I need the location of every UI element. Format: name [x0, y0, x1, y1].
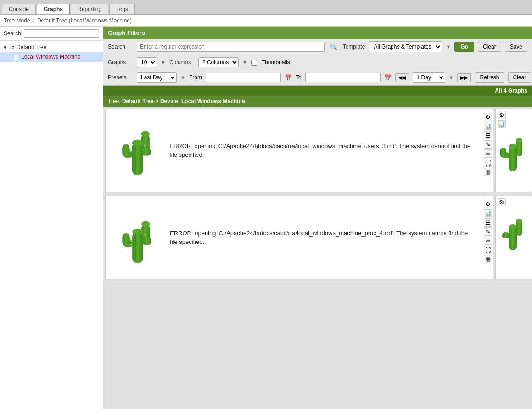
edit-icon-2[interactable]: ✎: [484, 227, 492, 236]
graph-content: ERROR: opening 'C:/Apache24/htdocs/cacti…: [103, 107, 532, 409]
cactus-partial-1: [496, 130, 528, 176]
filter-header: Graph Filters: [103, 27, 532, 39]
svg-rect-4: [141, 148, 151, 155]
edit2-icon-2[interactable]: ✏: [484, 237, 492, 245]
nav-forward-button[interactable]: ▶▶: [457, 73, 471, 82]
template-label: Template: [343, 44, 365, 50]
bar-icon-1[interactable]: ▦: [484, 168, 492, 176]
tree-arrow-icon: ▼: [3, 45, 7, 50]
presets-label: Presets: [108, 74, 133, 81]
svg-rect-13: [509, 146, 517, 171]
graph-actions-2: ⚙ 📊 ☰ ✎ ✏ ⛶ ▦: [483, 196, 493, 265]
graph-icon-1[interactable]: 📊: [484, 122, 492, 130]
tab-reporting[interactable]: Reporting: [71, 4, 108, 14]
sidebar-search-input[interactable]: [24, 29, 99, 38]
search-filter-input[interactable]: [137, 42, 325, 52]
settings-icon-p1[interactable]: ⚙: [498, 111, 506, 119]
thumbnails-label: Thumbnails: [262, 59, 290, 66]
tree-root-item[interactable]: ▼ 🗂 Default Tree: [0, 43, 103, 52]
tab-logs[interactable]: Logs: [109, 4, 135, 14]
settings-icon-p2[interactable]: ⚙: [498, 198, 506, 206]
filter-row-presets: Presets Last Day Last Hour Last Week ▼ F…: [103, 70, 532, 85]
go-button[interactable]: Go: [454, 42, 474, 52]
filter-row-search: Search 🔍 Template All Graphs & Templates…: [103, 39, 532, 55]
svg-rect-32: [502, 232, 510, 238]
edit-icon-1[interactable]: ✎: [484, 140, 492, 149]
to-date-input[interactable]: 2024-12-16 16:47: [305, 73, 381, 82]
svg-rect-16: [516, 140, 522, 156]
columns-filter-label: Columns: [169, 59, 195, 66]
template-arrow: ▼: [446, 44, 451, 50]
graph-card-partial-1: ⚙ 📊: [495, 109, 532, 192]
day-arrow: ▼: [449, 75, 454, 80]
svg-point-17: [509, 144, 517, 149]
breadcrumb: Tree Mode › Default Tree (Local Windows …: [0, 15, 532, 27]
tree-name-text: Default Tree->: [122, 98, 159, 105]
error-text-2: ERROR: opening 'C:/Apache24/htdocs/cacti…: [170, 229, 474, 247]
graph-actions-1: ⚙ 📊 ☰ ✎ ✏ ⛶ ▦: [483, 109, 493, 178]
error-text-1: ERROR: opening 'C:/Apache24/htdocs/cacti…: [169, 142, 474, 160]
svg-point-35: [516, 219, 522, 223]
zoom-icon-1[interactable]: ⛶: [484, 159, 492, 167]
device-name: Local Windows Machine: [181, 98, 245, 105]
graphs-count-select[interactable]: 10 25 50: [137, 57, 157, 67]
right-panel: Graph Filters Search 🔍 Template All Grap…: [103, 27, 532, 409]
graph-card-partial-2: ⚙: [495, 196, 532, 279]
presets-select[interactable]: Last Day Last Hour Last Week: [137, 72, 177, 83]
list-icon-2[interactable]: ☰: [484, 218, 492, 227]
thumbnails-checkbox[interactable]: [251, 60, 257, 66]
tree-info-bar: Tree: Default Tree-> Device: Local Windo…: [103, 96, 532, 107]
breadcrumb-tree-mode[interactable]: Tree Mode: [4, 17, 30, 24]
clear-button[interactable]: Clear: [478, 42, 501, 52]
from-calendar-icon[interactable]: 📅: [285, 74, 292, 81]
cactus-partial-2: [496, 208, 528, 254]
svg-rect-31: [509, 227, 517, 250]
refresh-button[interactable]: Refresh: [475, 72, 504, 83]
sidebar: Search ▼ 🗂 Default Tree 📄 Local Windows …: [0, 27, 103, 409]
svg-point-6: [141, 131, 150, 137]
graph-filters: Graph Filters Search 🔍 Template All Grap…: [103, 27, 532, 86]
bar-icon-2[interactable]: ▦: [484, 255, 492, 263]
settings-icon-2[interactable]: ⚙: [484, 200, 492, 208]
from-label: From: [189, 74, 202, 81]
graphs-filter-label: Graphs: [108, 59, 133, 66]
folder-icon: 🗂: [9, 44, 15, 50]
graph-icon-2[interactable]: 📊: [484, 209, 492, 217]
svg-rect-15: [500, 148, 506, 158]
columns-select[interactable]: 2 Columns 1 Column 3 Columns: [198, 57, 239, 67]
from-date-input[interactable]: 2024-12-15 16:47: [206, 73, 281, 82]
filter-row-graphs: Graphs 10 25 50 ▼ Columns 2 Columns 1 Co…: [103, 55, 532, 70]
file-icon: 📄: [13, 54, 19, 60]
search-icon-button[interactable]: 🔍: [328, 44, 339, 50]
main-layout: Search ▼ 🗂 Default Tree 📄 Local Windows …: [0, 27, 532, 409]
zoom-icon-2[interactable]: ⛶: [484, 246, 492, 254]
day-select[interactable]: 1 Day 1 Hour 1 Week: [413, 72, 445, 83]
to-calendar-icon[interactable]: 📅: [384, 74, 392, 81]
tab-graphs[interactable]: Graphs: [37, 4, 70, 14]
cactus-image-1: [115, 118, 160, 182]
template-select[interactable]: All Graphs & Templates: [369, 41, 442, 52]
nav-back-button[interactable]: ◀◀: [395, 73, 409, 82]
svg-rect-21: [122, 233, 129, 246]
clear2-button[interactable]: Clear: [508, 72, 532, 83]
edit2-icon-1[interactable]: ✏: [484, 149, 492, 158]
graph-actions-partial-2: ⚙: [496, 196, 507, 208]
graph-card-inner-2: ERROR: opening 'C:/Apache24/htdocs/cacti…: [106, 196, 483, 279]
tab-console[interactable]: Console: [2, 4, 36, 14]
breadcrumb-default-tree[interactable]: Default Tree (Local Windows Machine): [37, 17, 132, 24]
svg-point-18: [516, 138, 522, 143]
graph-card-1: ERROR: opening 'C:/Apache24/htdocs/cacti…: [105, 109, 493, 192]
svg-point-25: [141, 221, 150, 227]
graphs-arrow: ▼: [161, 60, 166, 65]
svg-rect-2: [122, 144, 129, 156]
tree-prefix: Tree:: [108, 98, 121, 105]
graph-icon-p1[interactable]: 📊: [498, 120, 506, 128]
svg-point-34: [509, 224, 517, 230]
tree-child-item[interactable]: 📄 Local Windows Machine: [0, 52, 103, 62]
sidebar-search-label: Search: [4, 30, 21, 37]
settings-icon-1[interactable]: ⚙: [484, 113, 492, 121]
list-icon-1[interactable]: ☰: [484, 131, 492, 139]
top-nav: Console Graphs Reporting Logs: [0, 0, 532, 15]
tree-child-label: Local Windows Machine: [21, 54, 80, 60]
save-button[interactable]: Save: [505, 42, 527, 52]
